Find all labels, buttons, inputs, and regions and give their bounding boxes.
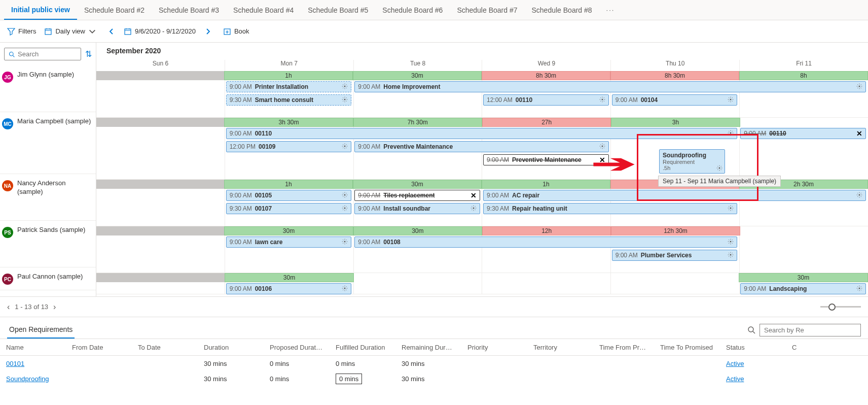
column-header[interactable]: Status: [720, 344, 786, 351]
booking-event[interactable]: 9:00 AMPreventive Maintenance✕: [483, 154, 609, 165]
table-cell: Soundproofing: [0, 375, 66, 383]
booking-event[interactable]: 9:00 AMTiles replacement✕: [354, 190, 480, 201]
capacity-cell: 7h 30m: [353, 118, 482, 127]
booking-event[interactable]: 9:00 AMPrinter Installation: [226, 81, 352, 92]
svg-point-17: [344, 241, 346, 243]
timeline-row[interactable]: 3h 30m7h 30m27h3h9:00 AM001109:00 AM0011…: [96, 118, 868, 180]
requirement-link[interactable]: Soundproofing: [6, 375, 49, 383]
next-page-button[interactable]: ›: [53, 302, 56, 312]
book-label: Book: [234, 27, 249, 35]
booking-event[interactable]: 9:00 AM00105: [226, 190, 352, 201]
tab-board-5[interactable]: Schedule Board #6: [375, 1, 450, 19]
column-header[interactable]: Remaining Durati...: [395, 344, 461, 351]
filters-button[interactable]: Filters: [7, 27, 36, 36]
drop-card-duration: .5h: [663, 165, 721, 171]
resource-search-box[interactable]: [4, 48, 81, 60]
booking-event[interactable]: 9:00 AMHome Improvement: [354, 81, 866, 92]
table-row[interactable]: Soundproofing30 mins0 mins0 mins30 minsA…: [0, 371, 868, 386]
search-input[interactable]: [18, 50, 77, 58]
booking-event[interactable]: 9:00 AMAC repair: [483, 190, 866, 201]
table-row[interactable]: 0010130 mins0 mins0 mins30 minsActive: [0, 356, 868, 371]
booking-event[interactable]: 9:00 AM00108: [354, 237, 737, 248]
resource-row[interactable]: PCPaul Cannon (sample): [0, 267, 96, 290]
tab-board-1[interactable]: Schedule Board #2: [77, 1, 152, 19]
column-header[interactable]: From Date: [66, 344, 132, 351]
status-link[interactable]: Active: [726, 360, 744, 367]
capacity-cell: 8h: [739, 71, 868, 80]
booking-event[interactable]: 9:30 AMSmart home consult: [226, 94, 352, 106]
booking-event[interactable]: 12:00 AM00110: [483, 94, 609, 106]
column-header[interactable]: Fulfilled Duration: [330, 344, 395, 351]
booking-event[interactable]: 9:30 AM00107: [226, 203, 352, 214]
book-button[interactable]: Book: [223, 27, 249, 36]
svg-point-6: [344, 99, 346, 100]
drop-card[interactable]: Soundproofing Requirement .5h: [659, 149, 725, 174]
booking-event[interactable]: 9:00 AM00104: [612, 94, 738, 106]
column-header[interactable]: To Date: [132, 344, 198, 351]
gear-icon: [728, 205, 735, 212]
chevron-left-icon: [108, 28, 115, 35]
resource-row[interactable]: JGJim Glynn (sample): [0, 65, 96, 112]
svg-point-7: [601, 99, 603, 100]
timeline-row[interactable]: 1h30m8h 30m8h 30m8h9:00 AMPrinter Instal…: [96, 71, 868, 118]
column-header[interactable]: Time To Promised: [654, 344, 720, 351]
booking-event[interactable]: 12:00 PM00109: [226, 141, 352, 152]
close-icon: ✕: [856, 130, 863, 137]
svg-point-4: [344, 86, 346, 87]
column-header[interactable]: Proposed Duration: [264, 344, 330, 351]
resource-row[interactable]: NANancy Anderson (sample): [0, 174, 96, 221]
svg-point-5: [858, 86, 860, 87]
capacity-cell: [96, 273, 225, 282]
requirements-search-input[interactable]: [760, 324, 861, 336]
booking-event[interactable]: 9:00 AMlawn care: [226, 237, 352, 248]
booking-event[interactable]: 9:00 AM00106: [226, 283, 352, 294]
booking-event[interactable]: 9:00 AM00110✕: [740, 128, 866, 139]
tab-board-3[interactable]: Schedule Board #4: [226, 1, 301, 19]
booking-event[interactable]: 9:00 AMPreventive Maintenance: [354, 141, 608, 152]
booking-event[interactable]: 9:00 AMPlumber Services: [612, 250, 738, 261]
next-week-button[interactable]: [201, 24, 215, 39]
view-dropdown[interactable]: Daily view: [44, 27, 96, 36]
column-header[interactable]: Name: [0, 344, 66, 351]
column-header[interactable]: Duration: [198, 344, 264, 351]
tab-open-requirements[interactable]: Open Requirements: [7, 321, 75, 339]
event-time: 9:00 AM: [230, 192, 252, 199]
prev-week-button[interactable]: [104, 24, 119, 39]
event-title: Repair heating unit: [512, 205, 567, 212]
sort-button[interactable]: ⇅: [85, 49, 92, 59]
column-header[interactable]: C: [786, 344, 806, 351]
tabs-overflow-button[interactable]: ···: [599, 1, 622, 19]
column-header[interactable]: Time From Promi...: [593, 344, 654, 351]
zoom-slider[interactable]: [820, 306, 861, 308]
timeline-row[interactable]: 30m30m9:00 AM001069:00 AMLandscaping: [96, 273, 868, 294]
capacity-cell: [482, 273, 610, 282]
calendar-icon: [124, 27, 132, 36]
tab-board-7[interactable]: Schedule Board #8: [524, 1, 599, 19]
tab-board-0[interactable]: Initial public view: [4, 1, 77, 20]
prev-page-button[interactable]: ‹: [7, 302, 10, 312]
booking-event[interactable]: 9:00 AM00110: [226, 128, 738, 139]
date-range-button[interactable]: 9/6/2020 - 9/12/2020: [124, 27, 196, 36]
resource-row[interactable]: MCMaria Campbell (sample): [0, 112, 96, 174]
resource-name: Patrick Sands (sample): [17, 226, 85, 234]
tab-board-2[interactable]: Schedule Board #3: [152, 1, 226, 19]
column-header[interactable]: Territory: [527, 344, 593, 351]
status-link[interactable]: Active: [726, 375, 744, 383]
event-title: lawn care: [255, 239, 283, 246]
booking-event[interactable]: 9:00 AMLandscaping: [740, 283, 866, 294]
booking-event[interactable]: 9:00 AMInstall soundbar: [354, 203, 480, 214]
day-header: Thu 10: [610, 60, 739, 71]
timeline-row[interactable]: 30m30m12h12h 30m9:00 AMlawn care9:00 AM0…: [96, 226, 868, 273]
tab-board-6[interactable]: Schedule Board #7: [450, 1, 524, 19]
column-header[interactable]: Priority: [461, 344, 527, 351]
table-cell: 0 mins: [330, 374, 395, 384]
resource-row[interactable]: PSPatrick Sands (sample): [0, 221, 96, 267]
search-icon[interactable]: [747, 326, 755, 334]
view-label: Daily view: [55, 27, 85, 35]
booking-event[interactable]: 9:30 AMRepair heating unit: [483, 203, 737, 214]
requirement-link[interactable]: 00101: [6, 360, 24, 367]
close-icon: ✕: [599, 156, 606, 163]
svg-point-16: [730, 208, 732, 209]
tab-board-4[interactable]: Schedule Board #5: [301, 1, 375, 19]
resource-name: Maria Campbell (sample): [17, 117, 91, 126]
